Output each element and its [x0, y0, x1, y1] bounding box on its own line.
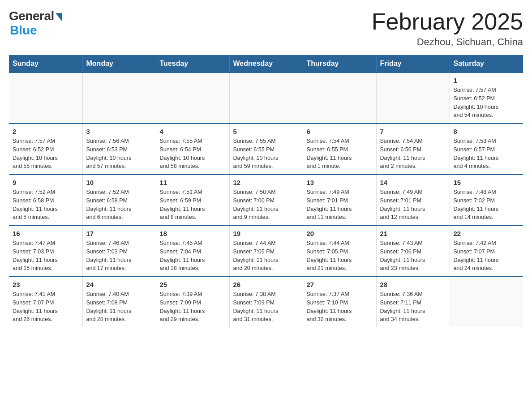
calendar-cell: 28Sunrise: 7:36 AM Sunset: 7:11 PM Dayli… [376, 277, 450, 327]
day-info: Sunrise: 7:37 AM Sunset: 7:10 PM Dayligh… [307, 290, 373, 324]
calendar-table: SundayMondayTuesdayWednesdayThursdayFrid… [9, 55, 523, 327]
weekday-header-monday: Monday [82, 55, 156, 73]
weekday-header-saturday: Saturday [450, 55, 523, 73]
day-info: Sunrise: 7:49 AM Sunset: 7:01 PM Dayligh… [307, 188, 373, 222]
day-number: 21 [380, 230, 446, 237]
calendar-cell [376, 73, 450, 124]
day-info: Sunrise: 7:44 AM Sunset: 7:05 PM Dayligh… [233, 239, 299, 273]
day-number: 10 [86, 179, 152, 186]
weekday-header-sunday: Sunday [9, 55, 82, 73]
weekday-header-tuesday: Tuesday [156, 55, 229, 73]
calendar-cell: 27Sunrise: 7:37 AM Sunset: 7:10 PM Dayli… [303, 277, 376, 327]
calendar-cell: 4Sunrise: 7:55 AM Sunset: 6:54 PM Daylig… [156, 124, 229, 175]
day-number: 7 [380, 128, 446, 135]
day-number: 24 [86, 281, 152, 288]
day-info: Sunrise: 7:44 AM Sunset: 7:05 PM Dayligh… [307, 239, 373, 273]
day-info: Sunrise: 7:38 AM Sunset: 7:09 PM Dayligh… [233, 290, 299, 324]
logo-general-text: General [9, 9, 54, 23]
logo: General Blue [9, 9, 62, 38]
day-info: Sunrise: 7:50 AM Sunset: 7:00 PM Dayligh… [233, 188, 299, 222]
weekday-header-friday: Friday [376, 55, 450, 73]
day-number: 5 [233, 128, 299, 135]
calendar-cell: 22Sunrise: 7:42 AM Sunset: 7:07 PM Dayli… [450, 226, 523, 277]
weekday-header-thursday: Thursday [303, 55, 376, 73]
calendar-cell: 6Sunrise: 7:54 AM Sunset: 6:55 PM Daylig… [303, 124, 376, 175]
calendar-cell: 19Sunrise: 7:44 AM Sunset: 7:05 PM Dayli… [229, 226, 303, 277]
day-info: Sunrise: 7:51 AM Sunset: 6:59 PM Dayligh… [160, 188, 226, 222]
day-number: 23 [13, 281, 79, 288]
calendar-cell: 13Sunrise: 7:49 AM Sunset: 7:01 PM Dayli… [303, 175, 376, 226]
day-number: 11 [160, 179, 226, 186]
calendar-cell: 18Sunrise: 7:45 AM Sunset: 7:04 PM Dayli… [156, 226, 229, 277]
day-info: Sunrise: 7:57 AM Sunset: 6:52 PM Dayligh… [13, 137, 79, 171]
week-row-2: 9Sunrise: 7:52 AM Sunset: 6:58 PM Daylig… [9, 175, 523, 226]
day-number: 28 [380, 281, 446, 288]
calendar-cell: 5Sunrise: 7:55 AM Sunset: 6:55 PM Daylig… [229, 124, 303, 175]
calendar-cell: 17Sunrise: 7:46 AM Sunset: 7:03 PM Dayli… [82, 226, 156, 277]
calendar-cell [156, 73, 229, 124]
day-info: Sunrise: 7:42 AM Sunset: 7:07 PM Dayligh… [454, 239, 520, 273]
calendar-cell: 15Sunrise: 7:48 AM Sunset: 7:02 PM Dayli… [450, 175, 523, 226]
day-number: 17 [86, 230, 152, 237]
calendar-cell [82, 73, 156, 124]
day-number: 12 [233, 179, 299, 186]
day-number: 14 [380, 179, 446, 186]
day-number: 18 [160, 230, 226, 237]
calendar-cell: 12Sunrise: 7:50 AM Sunset: 7:00 PM Dayli… [229, 175, 303, 226]
calendar-cell: 8Sunrise: 7:53 AM Sunset: 6:57 PM Daylig… [450, 124, 523, 175]
calendar-cell: 11Sunrise: 7:51 AM Sunset: 6:59 PM Dayli… [156, 175, 229, 226]
day-info: Sunrise: 7:40 AM Sunset: 7:08 PM Dayligh… [86, 290, 152, 324]
calendar-cell [9, 73, 82, 124]
calendar-cell [229, 73, 303, 124]
day-info: Sunrise: 7:36 AM Sunset: 7:11 PM Dayligh… [380, 290, 446, 324]
day-info: Sunrise: 7:54 AM Sunset: 6:56 PM Dayligh… [380, 137, 446, 171]
logo-arrow-icon [56, 13, 62, 21]
weekday-header-row: SundayMondayTuesdayWednesdayThursdayFrid… [9, 55, 523, 73]
day-info: Sunrise: 7:55 AM Sunset: 6:55 PM Dayligh… [233, 137, 299, 171]
day-number: 1 [454, 77, 520, 84]
calendar-cell: 2Sunrise: 7:57 AM Sunset: 6:52 PM Daylig… [9, 124, 82, 175]
logo-blue-text: Blue [10, 23, 37, 38]
day-info: Sunrise: 7:45 AM Sunset: 7:04 PM Dayligh… [160, 239, 226, 273]
day-number: 2 [13, 128, 79, 135]
day-info: Sunrise: 7:46 AM Sunset: 7:03 PM Dayligh… [86, 239, 152, 273]
week-row-0: 1Sunrise: 7:57 AM Sunset: 6:52 PM Daylig… [9, 73, 523, 124]
day-number: 4 [160, 128, 226, 135]
day-info: Sunrise: 7:41 AM Sunset: 7:07 PM Dayligh… [13, 290, 79, 324]
day-number: 13 [307, 179, 373, 186]
calendar-cell: 3Sunrise: 7:56 AM Sunset: 6:53 PM Daylig… [82, 124, 156, 175]
day-number: 3 [86, 128, 152, 135]
day-number: 26 [233, 281, 299, 288]
week-row-4: 23Sunrise: 7:41 AM Sunset: 7:07 PM Dayli… [9, 277, 523, 327]
day-info: Sunrise: 7:48 AM Sunset: 7:02 PM Dayligh… [454, 188, 520, 222]
day-number: 27 [307, 281, 373, 288]
calendar-cell: 23Sunrise: 7:41 AM Sunset: 7:07 PM Dayli… [9, 277, 82, 327]
calendar-cell: 26Sunrise: 7:38 AM Sunset: 7:09 PM Dayli… [229, 277, 303, 327]
day-number: 22 [454, 230, 520, 237]
calendar-cell: 24Sunrise: 7:40 AM Sunset: 7:08 PM Dayli… [82, 277, 156, 327]
title-block: February 2025 Dezhou, Sichuan, China [372, 9, 523, 48]
calendar-cell: 7Sunrise: 7:54 AM Sunset: 6:56 PM Daylig… [376, 124, 450, 175]
day-number: 6 [307, 128, 373, 135]
day-info: Sunrise: 7:57 AM Sunset: 6:52 PM Dayligh… [454, 86, 520, 120]
day-info: Sunrise: 7:56 AM Sunset: 6:53 PM Dayligh… [86, 137, 152, 171]
week-row-3: 16Sunrise: 7:47 AM Sunset: 7:03 PM Dayli… [9, 226, 523, 277]
week-row-1: 2Sunrise: 7:57 AM Sunset: 6:52 PM Daylig… [9, 124, 523, 175]
calendar-cell [303, 73, 376, 124]
calendar-cell: 21Sunrise: 7:43 AM Sunset: 7:06 PM Dayli… [376, 226, 450, 277]
month-title: February 2025 [372, 9, 523, 34]
day-number: 16 [13, 230, 79, 237]
calendar-cell: 25Sunrise: 7:39 AM Sunset: 7:09 PM Dayli… [156, 277, 229, 327]
day-info: Sunrise: 7:55 AM Sunset: 6:54 PM Dayligh… [160, 137, 226, 171]
day-number: 25 [160, 281, 226, 288]
day-info: Sunrise: 7:47 AM Sunset: 7:03 PM Dayligh… [13, 239, 79, 273]
day-info: Sunrise: 7:43 AM Sunset: 7:06 PM Dayligh… [380, 239, 446, 273]
header: General Blue February 2025 Dezhou, Sichu… [9, 9, 523, 48]
day-info: Sunrise: 7:39 AM Sunset: 7:09 PM Dayligh… [160, 290, 226, 324]
location-title: Dezhou, Sichuan, China [372, 36, 523, 48]
calendar-cell: 10Sunrise: 7:52 AM Sunset: 6:58 PM Dayli… [82, 175, 156, 226]
weekday-header-wednesday: Wednesday [229, 55, 303, 73]
day-number: 15 [454, 179, 520, 186]
calendar-cell: 20Sunrise: 7:44 AM Sunset: 7:05 PM Dayli… [303, 226, 376, 277]
calendar-cell: 14Sunrise: 7:49 AM Sunset: 7:01 PM Dayli… [376, 175, 450, 226]
